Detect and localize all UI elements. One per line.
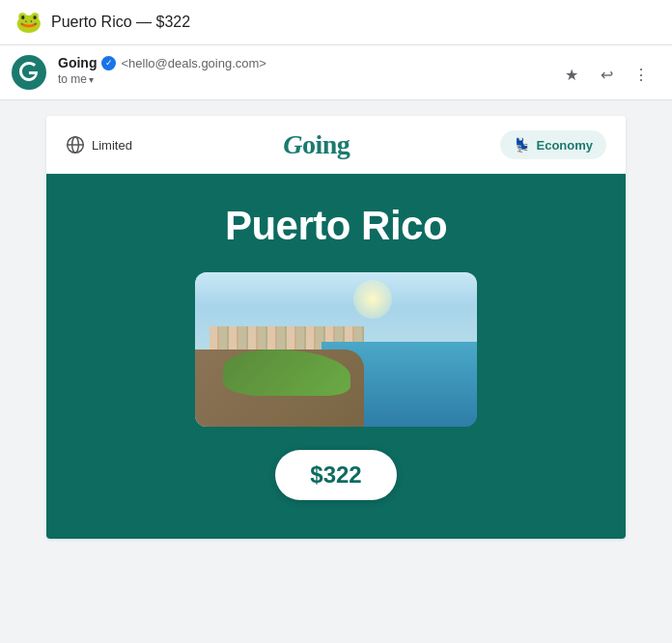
- tab-emoji: 🐸: [15, 10, 42, 35]
- star-button[interactable]: ★: [556, 59, 587, 90]
- economy-button[interactable]: 💺 Economy: [500, 130, 606, 159]
- tab-title: Puerto Rico — $322: [51, 14, 190, 31]
- to-me-label: to me: [58, 72, 87, 86]
- more-button[interactable]: ⋮: [626, 59, 657, 90]
- email-body: Limited Going 💺 Economy Puerto Rico: [0, 100, 672, 643]
- limited-section: Limited: [66, 135, 132, 154]
- email-card: Limited Going 💺 Economy Puerto Rico: [46, 116, 626, 539]
- sender-info: Going ✓ <hello@deals.going.com> to me ▾: [58, 55, 266, 86]
- globe-icon: [66, 135, 85, 154]
- sender-name: Going: [58, 55, 97, 70]
- hero-title: Puerto Rico: [66, 203, 606, 249]
- chevron-down-icon: ▾: [89, 74, 94, 85]
- card-nav: Limited Going 💺 Economy: [46, 116, 626, 174]
- sender-name-row: Going ✓ <hello@deals.going.com>: [58, 55, 266, 70]
- limited-label: Limited: [92, 138, 132, 153]
- seat-icon: 💺: [514, 137, 530, 153]
- browser-tab-bar: 🐸 Puerto Rico — $322: [0, 0, 672, 45]
- to-me-dropdown[interactable]: to me ▾: [58, 72, 266, 86]
- card-hero: Puerto Rico $322: [46, 174, 626, 539]
- economy-label: Economy: [536, 138, 593, 153]
- going-logo-rest: oing: [302, 129, 350, 159]
- price-badge: $322: [275, 450, 396, 500]
- sender-avatar: [12, 55, 46, 90]
- reply-button[interactable]: ↩: [591, 59, 622, 90]
- verified-badge: ✓: [101, 56, 116, 70]
- going-logo-text: G: [283, 129, 302, 159]
- email-action-buttons: ★ ↩ ⋮: [556, 59, 657, 90]
- hero-image: [195, 272, 477, 427]
- going-logo: Going: [283, 129, 350, 160]
- sender-email: <hello@deals.going.com>: [121, 56, 266, 70]
- email-header: Going ✓ <hello@deals.going.com> to me ▾ …: [0, 45, 672, 100]
- sender-section: Going ✓ <hello@deals.going.com> to me ▾: [12, 55, 266, 90]
